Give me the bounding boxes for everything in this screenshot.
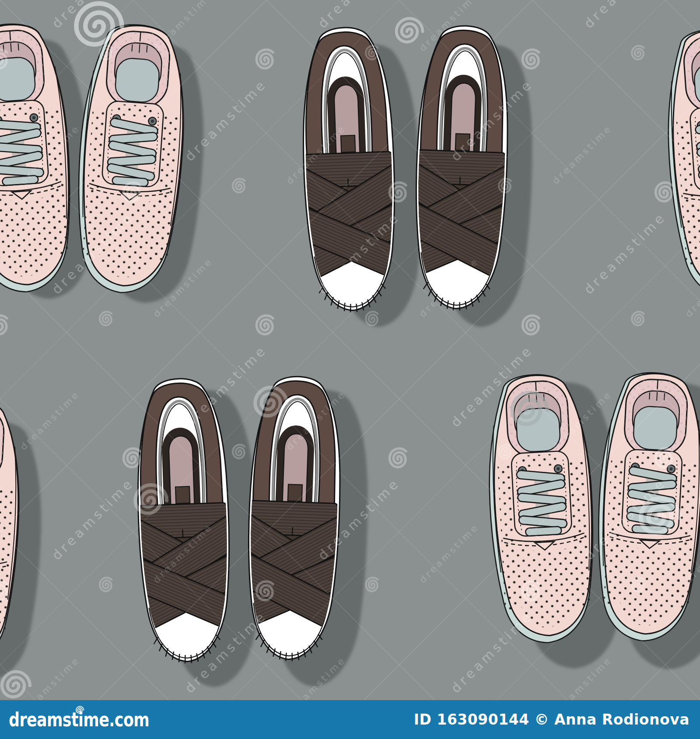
dreamstime-logo: dreamstime.com bbox=[9, 707, 184, 733]
image-credit-text: ID 163090144 © Anna Rodionova bbox=[414, 711, 690, 728]
stock-image-canvas: dreamstime dreamstime bbox=[0, 0, 700, 739]
watermark-layer bbox=[0, 0, 700, 700]
shoe-pattern-artwork: dreamstime dreamstime bbox=[0, 0, 700, 700]
footer-bar: dreamstime.com ID 163090144 © Anna Rodio… bbox=[0, 700, 700, 739]
spiral-icon bbox=[73, 704, 86, 717]
